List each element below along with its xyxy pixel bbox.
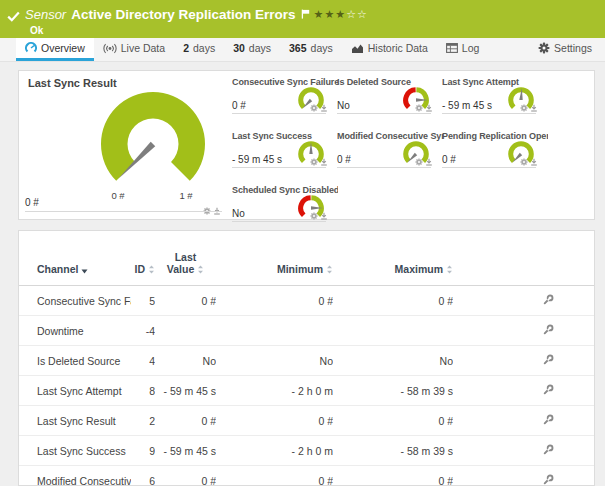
column-header-minimum[interactable]: Minimum — [216, 231, 333, 286]
download-icon[interactable] — [320, 152, 328, 170]
mini-gauge-cell: Scheduled Sync Disabled No — [232, 185, 326, 222]
stars-empty: ☆☆ — [346, 8, 368, 20]
gear-icon[interactable] — [520, 152, 528, 170]
download-icon[interactable] — [425, 152, 433, 170]
channel-settings-button[interactable] — [543, 354, 554, 367]
channel-maximum: 0 # — [333, 286, 453, 316]
channel-settings-button[interactable] — [543, 474, 554, 486]
tab-30-days[interactable]: 30 days — [224, 38, 280, 61]
channel-name: Consecutive Sync Failur... — [19, 286, 131, 316]
mini-gauge-cell: Consecutive Sync Failures 0 # — [232, 77, 326, 114]
channel-id: 9 — [131, 436, 155, 466]
mini-gauge-value: - 59 m 45 s — [232, 154, 282, 165]
tab-label: Log — [462, 42, 480, 54]
tab-label: days — [193, 42, 215, 54]
download-icon[interactable] — [320, 206, 328, 224]
channel-id: 4 — [131, 346, 155, 376]
channel-id: -4 — [131, 316, 155, 346]
column-header-maximum[interactable]: Maximum — [333, 231, 453, 286]
column-header-channel[interactable]: Channel — [19, 231, 131, 286]
divider — [25, 211, 222, 212]
gear-icon[interactable] — [203, 201, 211, 219]
tab-2-days[interactable]: 2 days — [174, 38, 224, 61]
channel-name: Last Sync Result — [19, 406, 131, 436]
mini-gauge-value: 0 # — [442, 154, 456, 165]
gear-icon[interactable] — [520, 98, 528, 116]
channel-maximum: - 58 m 39 s — [333, 436, 453, 466]
channel-minimum — [216, 316, 333, 346]
mini-gauges-grid: Consecutive Sync Failures 0 # Is Deleted… — [232, 77, 536, 222]
channel-minimum: - 2 h 0 m — [216, 436, 333, 466]
download-icon[interactable] — [530, 152, 538, 170]
download-icon[interactable] — [530, 98, 538, 116]
channel-last-value: 0 # — [155, 406, 216, 436]
channel-name: Last Sync Attempt — [19, 376, 131, 406]
flag-icon[interactable] — [301, 5, 310, 23]
tab-label: days — [249, 42, 271, 54]
channel-settings-button[interactable] — [543, 444, 554, 457]
table-row[interactable]: Is Deleted Source 4 No No No — [19, 346, 594, 376]
tab-live-data[interactable]: Live Data — [94, 38, 174, 61]
column-header-last-value[interactable]: LastValue — [155, 231, 216, 286]
tab-label: Live Data — [121, 42, 165, 54]
channel-settings-button[interactable] — [543, 384, 554, 397]
gear-icon — [538, 42, 550, 54]
channel-settings-button[interactable] — [543, 324, 554, 337]
channel-settings-button[interactable] — [543, 294, 554, 307]
ok-check-icon — [7, 5, 25, 26]
sensor-title: Active Directory Replication Errors — [71, 7, 295, 22]
sensor-header: Sensor Active Directory Replication Erro… — [0, 0, 605, 38]
gear-icon[interactable] — [415, 152, 423, 170]
channel-minimum: 0 # — [216, 466, 333, 486]
download-icon[interactable] — [320, 98, 328, 116]
channel-id: 8 — [131, 376, 155, 406]
channel-maximum: No — [333, 346, 453, 376]
channel-id: 5 — [131, 286, 155, 316]
channel-settings-button[interactable] — [543, 414, 554, 427]
table-row[interactable]: Last Sync Attempt 8 - 59 m 45 s - 2 h 0 … — [19, 376, 594, 406]
sort-icon — [148, 264, 155, 276]
channel-name: Is Deleted Source — [19, 346, 131, 376]
table-row[interactable]: Modified Consecutive S... 6 0 # 0 # 0 # — [19, 466, 594, 486]
table-row[interactable]: Downtime -4 — [19, 316, 594, 346]
gear-icon[interactable] — [310, 152, 318, 170]
main-gauge-value: 0 # — [25, 197, 39, 208]
tab-label: days — [311, 42, 333, 54]
column-header-id[interactable]: ID — [131, 231, 155, 286]
tab-overview[interactable]: Overview — [16, 38, 94, 61]
gear-icon[interactable] — [310, 98, 318, 116]
gear-icon[interactable] — [310, 206, 318, 224]
table-row[interactable]: Last Sync Success 9 - 59 m 45 s - 2 h 0 … — [19, 436, 594, 466]
channel-id: 6 — [131, 466, 155, 486]
channel-last-value: - 59 m 45 s — [155, 376, 216, 406]
broadcast-icon — [103, 43, 117, 54]
download-icon[interactable] — [213, 201, 221, 219]
tab-label: Settings — [554, 42, 592, 54]
channel-last-value: No — [155, 346, 216, 376]
priority-stars[interactable]: ★★★☆☆ — [314, 8, 368, 20]
mini-gauge-value: No — [232, 208, 245, 219]
table-row[interactable]: Last Sync Result 2 0 # 0 # 0 # — [19, 406, 594, 436]
download-icon[interactable] — [425, 98, 433, 116]
channel-last-value: 0 # — [155, 466, 216, 486]
tab-365-days[interactable]: 365 days — [280, 38, 342, 61]
mini-gauge-cell: Modified Consecutive Sync F... 0 # — [337, 131, 431, 168]
status-badge: Ok — [30, 25, 368, 36]
table-row[interactable]: Consecutive Sync Failur... 5 0 # 0 # 0 # — [19, 286, 594, 316]
prtg-sensor-page: Sensor Active Directory Replication Erro… — [0, 0, 605, 486]
overview-content: Last Sync Result 0 # 1 # 0 # Consecutive… — [0, 62, 605, 486]
tab-historic-data[interactable]: Historic Data — [342, 38, 437, 61]
channel-minimum: - 2 h 0 m — [216, 376, 333, 406]
gear-icon[interactable] — [415, 98, 423, 116]
channel-name: Modified Consecutive S... — [19, 466, 131, 486]
tab-log[interactable]: Log — [437, 38, 489, 61]
sensor-kind-label: Sensor — [25, 7, 66, 22]
stars-filled: ★★★ — [314, 8, 347, 20]
tab-label: Historic Data — [368, 42, 428, 54]
table-icon — [446, 43, 458, 53]
tab-settings[interactable]: Settings — [529, 38, 601, 61]
tab-bar: Overview Live Data 2 days 30 days 365 da… — [0, 38, 605, 62]
channel-minimum: 0 # — [216, 406, 333, 436]
gauge-icon — [25, 42, 37, 54]
channel-maximum — [333, 316, 453, 346]
